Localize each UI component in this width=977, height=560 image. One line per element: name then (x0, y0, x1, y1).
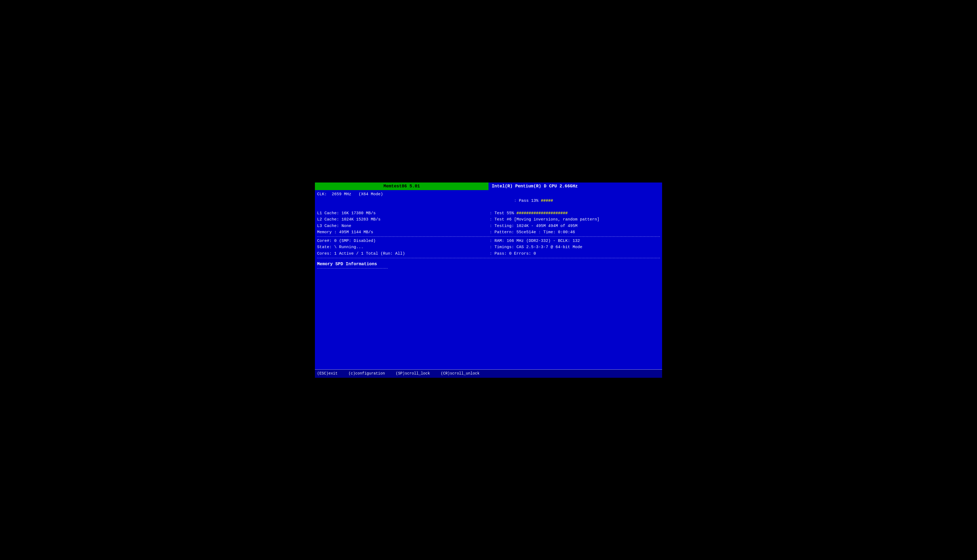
core-num-info: Core#: 0 (SMP: Disabled) (317, 238, 488, 244)
pipe-1: : (514, 198, 519, 203)
row-state-timings: State: \ Running... : Timings: CAS 2.5-3… (317, 244, 660, 250)
l3-cache-info: L3 Cache: None (317, 223, 488, 229)
state-info: State: \ Running... (317, 244, 488, 250)
spd-section: Memory SPD Informations (317, 261, 660, 268)
main-content: CLK: 2659 MHz (X64 Mode) : Pass 13% ####… (315, 190, 662, 268)
footer-esc[interactable]: (ESC)exit (317, 371, 338, 377)
footer: (ESC)exit (c)configuration (SP)scroll_lo… (315, 369, 662, 378)
row-memory-pattern: Memory : 495M 1144 MB/s : Pattern: 55ce5… (317, 229, 660, 235)
footer-config[interactable]: (c)configuration (348, 371, 385, 377)
test-percent-info: : Test 55% ##################### (488, 210, 660, 217)
pass-errors-info: : Pass: 0 Errors: 0 (488, 250, 660, 257)
pipe-4: : (490, 224, 495, 228)
pipe-9: : (490, 252, 495, 256)
row-l3-testing: L3 Cache: None : Testing: 1024K - 495M 4… (317, 223, 660, 229)
l2-cache-info: L2 Cache: 1024K 15283 MB/s (317, 217, 488, 223)
test-num-info: : Test #6 [Moving inversions, random pat… (488, 217, 660, 223)
footer-scroll-unlock[interactable]: (CR)scroll_unlock (441, 371, 480, 377)
cores-info: Cores: 1 Active / 1 Total (Run: All) (317, 250, 488, 257)
ram-info: : RAM: 166 MHz (DDR2-332) - BCLK: 132 (488, 238, 660, 244)
pipe-8: : (490, 245, 495, 250)
pass-info: : Pass 13% ##### (488, 191, 660, 210)
clk-info: CLK: 2659 MHz (X64 Mode) (317, 191, 488, 210)
memory-info: Memory : 495M 1144 MB/s (317, 229, 488, 235)
l1-cache-info: L1 Cache: 16K 17380 MB/s (317, 210, 488, 217)
divider-1 (317, 237, 660, 237)
timings-info: : Timings: CAS 2.5-3-3-7 @ 64-bit Mode (488, 244, 660, 250)
spd-title: Memory SPD Informations (317, 261, 660, 268)
row-cores-pass-errors: Cores: 1 Active / 1 Total (Run: All) : P… (317, 250, 660, 257)
pipe-7: : (490, 238, 495, 243)
title-bar: Memtest86 5.01 Intel(R) Pentium(R) D CPU… (315, 183, 662, 190)
memtest-screen: Memtest86 5.01 Intel(R) Pentium(R) D CPU… (315, 183, 662, 378)
row-clk-pass: CLK: 2659 MHz (X64 Mode) : Pass 13% ####… (317, 191, 660, 210)
pipe-6: : (539, 230, 543, 235)
app-title: Memtest86 5.01 (315, 183, 488, 190)
testing-info: : Testing: 1024K - 495M 494M of 495M (488, 223, 660, 229)
cpu-info: Intel(R) Pentium(R) D CPU 2.66GHz (488, 183, 662, 190)
pipe-5: : (490, 230, 495, 235)
pipe-3: : (490, 217, 495, 222)
pattern-time-info: : Pattern: 55ce514e : Time: 0:00:46 (488, 229, 660, 235)
footer-scroll-lock[interactable]: (SP)scroll_lock (396, 371, 430, 377)
row-core-ram: Core#: 0 (SMP: Disabled) : RAM: 166 MHz … (317, 238, 660, 244)
pipe-2: : (490, 211, 495, 216)
row-l2-testnum: L2 Cache: 1024K 15283 MB/s : Test #6 [Mo… (317, 217, 660, 223)
row-l1-test: L1 Cache: 16K 17380 MB/s : Test 55% ####… (317, 210, 660, 217)
spd-underline (317, 268, 388, 268)
